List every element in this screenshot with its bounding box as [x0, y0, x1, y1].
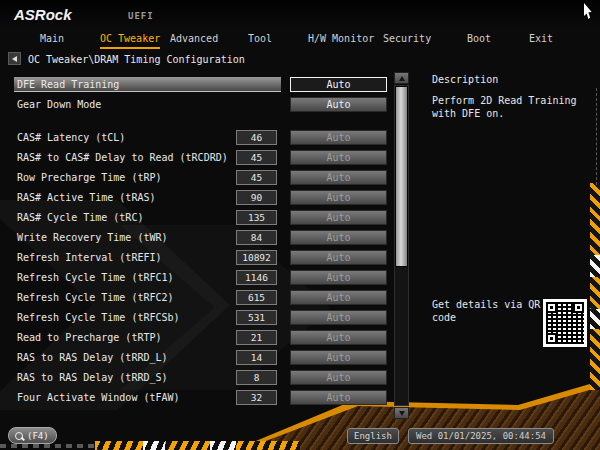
- timing-value-box[interactable]: 8: [236, 370, 277, 385]
- timing-row: RAS to RAS Delay (tRRD_L) 14 Auto: [14, 350, 390, 366]
- timing-value-box[interactable]: 615: [236, 290, 277, 305]
- option-label: DFE Read Training: [17, 77, 119, 93]
- timing-label: Write Recovery Time (tWR): [17, 230, 168, 246]
- timing-value-box[interactable]: 90: [236, 190, 277, 205]
- timing-auto-button[interactable]: Auto: [290, 390, 387, 405]
- breadcrumb: OC Tweaker\DRAM Timing Configuration: [28, 54, 245, 65]
- scroll-up-button[interactable]: [394, 72, 409, 84]
- menu-tab[interactable]: Boot: [467, 33, 491, 47]
- option-auto-button[interactable]: Auto: [290, 77, 387, 92]
- timing-label: Read to Precharge (tRTP): [17, 330, 162, 346]
- qr-caption: Get details via QR code: [432, 298, 542, 324]
- menu-tabs: Main OC Tweaker Advanced Tool H/W Monito…: [0, 30, 600, 50]
- timing-label: RAS# Active Time (tRAS): [17, 190, 155, 206]
- scrollbar-thumb[interactable]: [395, 86, 408, 267]
- timing-label: RAS# Cycle Time (tRC): [17, 210, 143, 226]
- timing-auto-button[interactable]: Auto: [290, 210, 387, 225]
- tab-label: Main: [40, 33, 64, 44]
- option-auto-button[interactable]: Auto: [290, 97, 387, 112]
- tab-label: Security: [383, 33, 431, 44]
- timing-auto-button[interactable]: Auto: [290, 330, 387, 345]
- timing-auto-button[interactable]: Auto: [290, 270, 387, 285]
- bottom-hazard-stripe: [95, 441, 300, 450]
- timing-label: Refresh Cycle Time (tRFC2): [17, 290, 174, 306]
- timing-row: Four Activate Window (tFAW) 32 Auto: [14, 390, 390, 406]
- timing-auto-button[interactable]: Auto: [290, 290, 387, 305]
- tab-label: Tool: [248, 33, 272, 44]
- timing-row: Row Precharge Time (tRP) 45 Auto: [14, 170, 390, 186]
- tab-label: Boot: [467, 33, 491, 44]
- timing-value-box[interactable]: 1146: [236, 270, 277, 285]
- search-button[interactable]: (F4): [8, 427, 57, 444]
- timing-auto-button[interactable]: Auto: [290, 190, 387, 205]
- left-arrow-icon: [12, 56, 17, 62]
- tab-label: Exit: [529, 33, 553, 44]
- right-hazard-stripe-white: [590, 255, 600, 277]
- tab-label: OC Tweaker: [100, 33, 160, 44]
- qr-finder: [546, 302, 557, 313]
- header-band: [0, 0, 600, 28]
- down-arrow-icon: [399, 411, 405, 416]
- timing-auto-button[interactable]: Auto: [290, 350, 387, 365]
- timing-auto-button[interactable]: Auto: [290, 230, 387, 245]
- timing-auto-button[interactable]: Auto: [290, 130, 387, 145]
- qr-finder: [573, 302, 584, 313]
- menu-tab[interactable]: Exit: [529, 33, 553, 47]
- settings-list: DFE Read Training Auto Gear Down Mode Au…: [14, 76, 390, 412]
- scroll-down-button[interactable]: [394, 407, 409, 419]
- timing-row: Refresh Interval (tREFI) 10892 Auto: [14, 250, 390, 266]
- timing-auto-button[interactable]: Auto: [290, 150, 387, 165]
- timing-value-box[interactable]: 21: [236, 330, 277, 345]
- back-button[interactable]: [8, 52, 21, 65]
- timing-label: RAS to RAS Delay (tRRD_L): [17, 350, 168, 366]
- timing-row: Read to Precharge (tRTP) 21 Auto: [14, 330, 390, 346]
- timing-value-box[interactable]: 135: [236, 210, 277, 225]
- menu-tab[interactable]: Main: [40, 33, 64, 47]
- qr-code: [543, 299, 587, 347]
- timing-label: Refresh Cycle Time (tRFCSb): [17, 310, 180, 326]
- timing-row: RAS to RAS Delay (tRRD_S) 8 Auto: [14, 370, 390, 386]
- timing-label: Refresh Interval (tREFI): [17, 250, 162, 266]
- right-hazard-stripe: [590, 183, 600, 390]
- menu-tab[interactable]: Tool: [248, 33, 272, 47]
- timing-label: Refresh Cycle Time (tRFC1): [17, 270, 174, 286]
- bios-screen: ASRock UEFI Main OC Tweaker Advanced Too…: [0, 0, 600, 450]
- scrollbar: [394, 72, 409, 419]
- bottom-dash-strip: [0, 444, 96, 448]
- option-row: DFE Read Training Auto: [14, 77, 390, 93]
- timing-label: RAS to RAS Delay (tRRD_S): [17, 370, 168, 386]
- language-button[interactable]: English: [347, 428, 399, 444]
- timing-auto-button[interactable]: Auto: [290, 370, 387, 385]
- menu-tab[interactable]: H/W Monitor: [308, 33, 374, 47]
- timing-row: Write Recovery Time (tWR) 84 Auto: [14, 230, 390, 246]
- menu-tab[interactable]: Advanced: [170, 33, 218, 47]
- timing-auto-button[interactable]: Auto: [290, 250, 387, 265]
- panel-dashed-divider: [596, 88, 597, 185]
- timing-row: RAS# to CAS# Delay to Read (tRCDRD) 45 A…: [14, 150, 390, 166]
- timing-value-box[interactable]: 32: [236, 390, 277, 405]
- option-label: Gear Down Mode: [17, 97, 101, 113]
- menu-tab[interactable]: Security: [383, 33, 431, 47]
- timing-row: Refresh Cycle Time (tRFC2) 615 Auto: [14, 290, 390, 306]
- uefi-label: UEFI: [128, 11, 154, 21]
- timing-label: Four Activate Window (tFAW): [17, 390, 180, 406]
- timing-value-box[interactable]: 45: [236, 170, 277, 185]
- timing-value-box[interactable]: 84: [236, 230, 277, 245]
- option-row: Gear Down Mode Auto: [14, 97, 390, 113]
- timing-value-box[interactable]: 531: [236, 310, 277, 325]
- asrock-logo: ASRock: [14, 6, 72, 23]
- timing-value-box[interactable]: 10892: [236, 250, 277, 265]
- search-icon: [15, 432, 23, 440]
- timing-value-box[interactable]: 46: [236, 130, 277, 145]
- search-hotkey-label: (F4): [27, 431, 49, 441]
- description-body: Perform 2D Read Training with DFE on.: [432, 94, 588, 120]
- timing-label: CAS# Latency (tCL): [17, 130, 125, 146]
- timing-row: CAS# Latency (tCL) 46 Auto: [14, 130, 390, 146]
- timing-auto-button[interactable]: Auto: [290, 310, 387, 325]
- timing-auto-button[interactable]: Auto: [290, 170, 387, 185]
- timing-row: Refresh Cycle Time (tRFCSb) 531 Auto: [14, 310, 390, 326]
- timing-value-box[interactable]: 45: [236, 150, 277, 165]
- timing-row: RAS# Active Time (tRAS) 90 Auto: [14, 190, 390, 206]
- timing-value-box[interactable]: 14: [236, 350, 277, 365]
- menu-tab[interactable]: OC Tweaker: [100, 33, 160, 49]
